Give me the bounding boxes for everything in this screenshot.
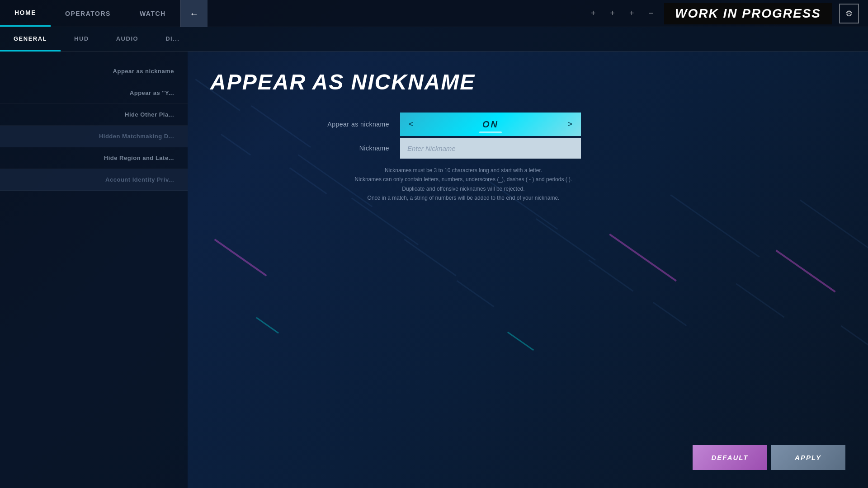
apply-button[interactable]: APPLY — [771, 445, 845, 470]
nav-tab-home[interactable]: HOME — [0, 0, 51, 27]
toggle-control[interactable]: < On > — [400, 113, 581, 136]
chevron-left-icon: < — [409, 120, 413, 128]
sub-navigation: GENERAL HUD AUDIO DI... — [0, 27, 868, 52]
plus-button-2[interactable]: + — [607, 7, 619, 20]
nickname-row: Nickname — [210, 138, 581, 159]
minus-button[interactable]: − — [645, 7, 657, 20]
nickname-label: Nickname — [210, 145, 400, 152]
info-line-2: Nicknames can only contain letters, numb… — [346, 175, 581, 184]
tab-audio[interactable]: AUDIO — [103, 27, 152, 52]
plus-button-3[interactable]: + — [626, 7, 638, 20]
top-navigation: HOME OPERATORS WATCH ← + + + − WORK IN P… — [0, 0, 868, 27]
back-button[interactable]: ← — [180, 0, 208, 27]
plus-button-1[interactable]: + — [587, 7, 599, 20]
back-icon: ← — [189, 9, 198, 19]
page-title: APPEAR AS NICKNAME — [210, 70, 845, 94]
gear-button[interactable]: ⚙ — [839, 4, 859, 23]
chevron-right-icon: > — [568, 120, 572, 128]
appear-as-nickname-row: Appear as nickname < On > — [210, 113, 581, 136]
tab-general[interactable]: GENERAL — [0, 27, 61, 52]
settings-panel: Appear as nickname < On > Nickname — [210, 113, 581, 203]
sidebar-item-hide-other-players[interactable]: Hide Other Pla... — [0, 104, 188, 126]
default-button[interactable]: DEFAULT — [693, 445, 767, 470]
sidebar-item-account-identity[interactable]: Account Identity Priv... — [0, 169, 188, 191]
nav-tabs: HOME OPERATORS WATCH ← — [0, 0, 208, 27]
work-in-progress-banner: WORK IN PROGRESS — [664, 3, 832, 24]
toggle-arrow-right[interactable]: > — [559, 113, 581, 136]
appear-as-nickname-label: Appear as nickname — [210, 121, 400, 128]
nickname-input[interactable] — [400, 138, 581, 159]
bottom-buttons: DEFAULT APPLY — [693, 445, 845, 470]
main-content: APPEAR AS NICKNAME Appear as nickname < … — [188, 52, 868, 488]
tab-display[interactable]: DI... — [152, 27, 193, 52]
sidebar-item-matchmaking[interactable]: Hidden Matchmaking D... — [0, 126, 188, 147]
nickname-info-text: Nicknames must be 3 to 10 characters lon… — [346, 166, 581, 203]
toggle-indicator — [479, 131, 502, 133]
sidebar-item-hide-region[interactable]: Hide Region and Late... — [0, 147, 188, 169]
left-sidebar: Appear as nickname Appear as "Y... Hide … — [0, 52, 188, 488]
nav-tab-watch[interactable]: WATCH — [125, 0, 180, 27]
tab-hud[interactable]: HUD — [61, 27, 103, 52]
nav-tab-operators[interactable]: OPERATORS — [51, 0, 125, 27]
toggle-control-wrap: < On > — [400, 113, 581, 136]
info-line-4: Once in a match, a string of numbers wil… — [346, 193, 581, 202]
sidebar-item-appear-as-nickname[interactable]: Appear as nickname — [0, 61, 188, 82]
info-line-1: Nicknames must be 3 to 10 characters lon… — [346, 166, 581, 175]
toggle-value: On — [422, 119, 559, 130]
sidebar-item-appear-as-y[interactable]: Appear as "Y... — [0, 82, 188, 104]
top-right-area: + + + − WORK IN PROGRESS ⚙ — [587, 3, 868, 24]
info-line-3: Duplicate and offensive nicknames will b… — [346, 184, 581, 193]
toggle-arrow-left[interactable]: < — [400, 113, 422, 136]
gear-icon: ⚙ — [845, 9, 853, 19]
nickname-input-wrap — [400, 138, 581, 159]
